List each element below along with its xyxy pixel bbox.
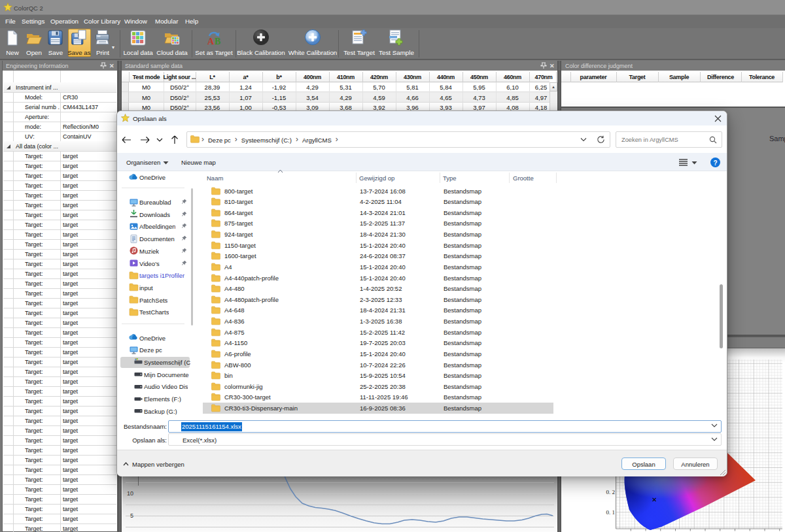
svg-text:A: A	[207, 37, 215, 46]
svg-text:B: B	[215, 37, 220, 46]
